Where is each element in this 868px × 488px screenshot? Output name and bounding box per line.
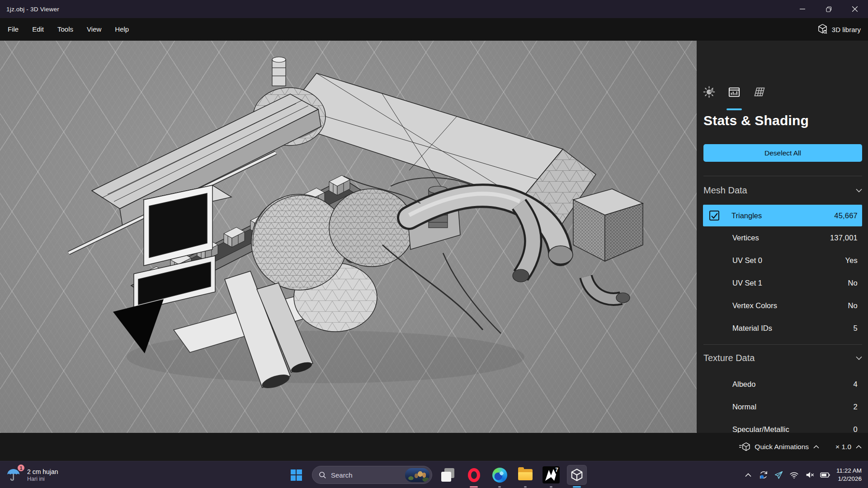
stat-label: Normal (732, 403, 854, 411)
section-header-texture-data[interactable]: Texture Data (703, 351, 862, 365)
3d-viewport[interactable] (0, 41, 697, 433)
taskbar-app-file-explorer[interactable] (515, 465, 535, 485)
stat-row[interactable]: Material IDs 5 (703, 317, 862, 339)
stat-row[interactable]: UV Set 1 No (703, 272, 862, 294)
stat-label: Material IDs (732, 324, 854, 333)
stat-value: Yes (845, 256, 858, 265)
section-label: Texture Data (703, 353, 755, 363)
stat-label: UV Set 0 (732, 256, 845, 265)
window-titlebar[interactable]: 1jz.obj - 3D Viewer (0, 0, 868, 18)
menu-item[interactable]: View (80, 18, 108, 41)
3d-library-button[interactable]: 3D library (817, 18, 861, 41)
menu-item[interactable]: Edit (25, 18, 51, 41)
menu-bar: FileEditToolsViewHelp 3D library (0, 18, 868, 41)
section-header-mesh-data[interactable]: Mesh Data (703, 183, 862, 197)
menu-item[interactable]: File (1, 18, 25, 41)
menu-item[interactable]: Help (108, 18, 136, 41)
stat-label: Specular/Metallic (732, 425, 854, 433)
clock-time: 11:22 AM (836, 467, 862, 475)
weather-widget[interactable]: 1 2 cm hujan Hari ini (5, 461, 58, 488)
tab-stats-shading[interactable] (728, 86, 741, 104)
grid-icon (753, 86, 766, 99)
chevron-down-icon (856, 188, 862, 192)
stat-row[interactable]: Normal 2 (703, 395, 862, 418)
battery-icon[interactable] (817, 461, 833, 488)
window-stack-icon (441, 468, 455, 482)
texture-data-rows: Albedo 4 Normal 2 Specular/Metallic 0 Gl… (703, 373, 862, 433)
folder-icon (518, 469, 533, 481)
checkbox[interactable] (709, 211, 719, 221)
wifi-icon[interactable] (787, 461, 802, 488)
stats-panel: Stats & Shading Deselect All Mesh Data T… (697, 41, 868, 433)
stat-value: 4 (854, 380, 858, 389)
stat-row[interactable]: Vertex Colors No (703, 294, 862, 317)
stat-value: 137,001 (830, 234, 858, 242)
stat-row[interactable]: UV Set 0 Yes (703, 249, 862, 272)
mesh-data-rows: Triangles 45,667 Vertices 137,001 UV Set… (703, 205, 862, 339)
3d-viewer-cube-icon (570, 468, 584, 482)
volume-muted-icon[interactable] (802, 461, 817, 488)
stat-value: 5 (854, 324, 858, 333)
engine-model[interactable] (0, 41, 697, 433)
search-daily-image[interactable] (405, 468, 429, 482)
windows-logo-icon (291, 469, 302, 481)
quick-animations-toggle[interactable]: Quick Animations (739, 442, 819, 452)
stat-value: 45,667 (834, 211, 858, 220)
telegram-icon[interactable] (771, 461, 787, 488)
tab-lighting[interactable] (703, 86, 715, 104)
chevron-up-icon (813, 445, 819, 449)
restore-button[interactable] (816, 0, 842, 18)
start-button[interactable] (286, 465, 306, 485)
stat-row[interactable]: Vertices 137,001 (703, 226, 862, 249)
check-icon (711, 212, 718, 219)
stat-value: 0 (854, 425, 858, 433)
taskbar-app-game7[interactable]: 7 (541, 465, 561, 485)
taskbar-app-edge[interactable] (490, 465, 509, 485)
taskbar-app-3d-viewer[interactable] (567, 465, 587, 485)
desktop-screen: 1jz.obj - 3D Viewer FileEditToolsViewHel… (0, 0, 868, 488)
weather-headline: 2 cm hujan (27, 468, 58, 475)
animation-speed-value: × 1.0 (835, 443, 851, 451)
3d-library-icon (817, 23, 828, 35)
stat-value: No (848, 279, 858, 287)
clock-date: 1/2/2026 (836, 475, 862, 483)
minimize-button[interactable] (789, 0, 816, 18)
stat-row[interactable]: Specular/Metallic 0 (703, 418, 862, 433)
search-box[interactable]: Search (312, 466, 432, 484)
tab-wireframe-grid[interactable] (753, 86, 766, 104)
taskbar-app-snip[interactable] (438, 465, 458, 485)
weather-subtext: Hari ini (27, 476, 58, 482)
deselect-all-button[interactable]: Deselect All (703, 144, 862, 162)
animation-speed-control[interactable]: × 1.0 (835, 443, 862, 451)
stat-label: Vertex Colors (732, 301, 848, 310)
taskbar-app-opera[interactable] (464, 465, 484, 485)
quick-animations-label: Quick Animations (755, 443, 809, 451)
3d-library-label: 3D library (832, 26, 861, 33)
game7-icon: 7 (542, 466, 560, 483)
clock[interactable]: 11:22 AM 1/2/2026 (836, 467, 862, 483)
stats-chart-icon (728, 86, 741, 99)
stat-value: No (848, 301, 858, 310)
stat-label: Triangles (731, 211, 834, 220)
quick-animations-icon (739, 442, 750, 452)
close-button[interactable] (842, 0, 868, 18)
stat-row[interactable]: Albedo 4 (703, 373, 862, 395)
notification-badge: 1 (17, 464, 25, 472)
chevron-up-icon (856, 445, 862, 449)
chevron-down-icon (856, 356, 862, 360)
section-label: Mesh Data (703, 185, 747, 196)
sync-update-icon[interactable] (756, 461, 771, 488)
panel-title: Stats & Shading (703, 113, 809, 128)
opera-icon (468, 468, 480, 482)
tray-chevron-up[interactable] (741, 461, 756, 488)
stat-row[interactable]: Triangles 45,667 (703, 205, 862, 226)
stat-label: Vertices (732, 234, 830, 242)
panel-tabs (703, 86, 766, 104)
menu-item[interactable]: Tools (51, 18, 80, 41)
divider (703, 176, 862, 176)
stat-label: UV Set 1 (732, 279, 848, 287)
taskbar: 1 2 cm hujan Hari ini Search (0, 461, 868, 488)
quick-animations-bar: Quick Animations × 1.0 (0, 433, 868, 461)
stat-label: Albedo (732, 380, 854, 389)
search-placeholder: Search (331, 471, 401, 479)
